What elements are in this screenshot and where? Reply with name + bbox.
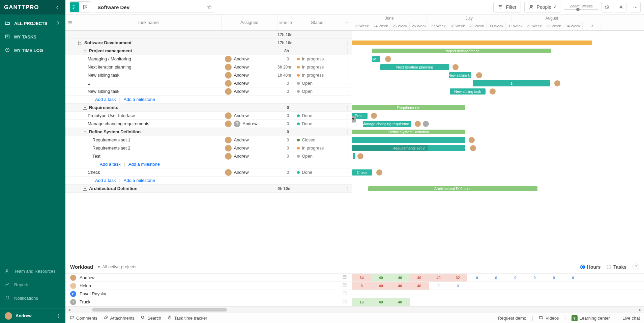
- footer-comments[interactable]: Comments: [69, 315, 97, 321]
- gantt-bar[interactable]: M...: [372, 56, 380, 62]
- workload-cell[interactable]: 40: [390, 282, 410, 290]
- workload-cell[interactable]: 40: [371, 274, 390, 281]
- task-row[interactable]: New sibling taskAndrew0Open⋮: [65, 87, 352, 96]
- task-row[interactable]: Requirements set 1Andrew0Closed⋮: [65, 136, 352, 144]
- task-row[interactable]: Prototype User InterfaceAndrew0Done⋮: [65, 112, 352, 120]
- week-header[interactable]: 27 Week: [429, 22, 448, 30]
- calendar-icon[interactable]: [342, 291, 347, 297]
- workload-cell[interactable]: 40: [371, 298, 390, 306]
- workload-cell[interactable]: 0: [448, 282, 467, 290]
- task-row[interactable]: New sibling taskAndrew1h 40mIn progress⋮: [65, 71, 352, 79]
- sidebar-user[interactable]: Andrew ⋮: [0, 308, 65, 323]
- workload-cell[interactable]: 40: [390, 274, 410, 281]
- add-row[interactable]: Add a task|Add a milestone: [65, 96, 352, 104]
- horizontal-scrollbar[interactable]: ◂ ▸: [65, 306, 644, 313]
- workload-filter[interactable]: ▾ All active projects: [98, 264, 136, 269]
- star-icon[interactable]: ☆: [207, 4, 211, 10]
- workload-person-row[interactable]: PPavel Raysky: [65, 290, 352, 298]
- workload-cell[interactable]: 40: [410, 274, 429, 281]
- calendar-icon[interactable]: [342, 299, 347, 305]
- row-menu-icon[interactable]: ⋮: [342, 145, 352, 151]
- grid-menu-icon[interactable]: [65, 15, 75, 30]
- workload-cell[interactable]: 40: [390, 298, 410, 306]
- add-task-link[interactable]: Add a task: [95, 178, 116, 183]
- gantt-view-button[interactable]: [70, 2, 79, 12]
- task-row[interactable]: 1Andrew0Open⋮: [65, 79, 352, 87]
- calendar-icon[interactable]: [342, 275, 347, 280]
- week-header[interactable]: 26 Week: [410, 22, 429, 30]
- row-menu-icon[interactable]: ⋮: [342, 154, 352, 159]
- sidebar-item-team[interactable]: Team and Resources: [0, 264, 65, 278]
- gantt-bar[interactable]: New sibling task: [450, 88, 486, 95]
- project-title-input[interactable]: Software Dev ☆: [94, 2, 215, 12]
- add-row[interactable]: Add a task|Add a milestone: [65, 177, 352, 185]
- week-header[interactable]: 29 Week: [467, 22, 487, 30]
- week-header[interactable]: 31 Week: [506, 22, 525, 30]
- workload-cell[interactable]: 0: [525, 274, 544, 281]
- workload-cell[interactable]: 0: [563, 274, 583, 281]
- sidebar-item-all-projects[interactable]: ALL PROJECTS: [0, 17, 65, 30]
- toggle-icon[interactable]: −: [83, 130, 87, 134]
- footer-videos[interactable]: Videos: [539, 315, 559, 321]
- week-header[interactable]: 25 Week: [390, 22, 410, 30]
- add-task-link[interactable]: Add a task: [100, 162, 120, 167]
- gantt-bar[interactable]: 1: [473, 80, 550, 86]
- toggle-icon[interactable]: −: [83, 49, 87, 53]
- settings-icon[interactable]: [616, 2, 626, 12]
- scroll-left-icon[interactable]: ◂: [67, 307, 72, 312]
- more-icon[interactable]: ⋮: [56, 313, 61, 318]
- task-row[interactable]: TestAndrew0Open⋮: [65, 152, 352, 160]
- workload-cell[interactable]: 0: [467, 274, 487, 281]
- gantt-bar[interactable]: Requirements set 2: [352, 145, 465, 151]
- more-icon[interactable]: ⋯: [630, 2, 641, 12]
- col-assigned[interactable]: Assigned: [222, 15, 277, 30]
- collapse-grid-handle[interactable]: ◂: [352, 116, 356, 123]
- workload-cell[interactable]: 32: [448, 274, 467, 281]
- gantt-bar[interactable]: Next iteration planning: [380, 64, 449, 70]
- sidebar-item-reports[interactable]: Reports: [0, 278, 65, 291]
- add-milestone-link[interactable]: Add a milestone: [124, 178, 155, 183]
- week-header[interactable]: 28 Week: [448, 22, 467, 30]
- footer-request-demo[interactable]: Request demo: [498, 316, 527, 321]
- row-menu-icon[interactable]: ⋮: [342, 48, 352, 53]
- row-menu-icon[interactable]: ⋮: [342, 113, 352, 118]
- add-milestone-link[interactable]: Add a milestone: [124, 97, 155, 102]
- col-task-name[interactable]: Task name: [75, 15, 222, 30]
- gantt-bar[interactable]: New sibling t...: [449, 72, 471, 78]
- sidebar-item-my-time-log[interactable]: MY TIME LOG: [0, 44, 65, 57]
- task-row[interactable]: Manage changing requirementsTAndrew0Done…: [65, 120, 352, 128]
- gantt-bar[interactable]: [352, 41, 592, 45]
- group-row[interactable]: −Requirements0⋮: [65, 104, 352, 112]
- row-menu-icon[interactable]: ⋮: [342, 186, 352, 191]
- group-row[interactable]: −Architectural Definition9h 10m⋮: [65, 185, 352, 193]
- calendar-icon[interactable]: [342, 283, 347, 289]
- row-menu-icon[interactable]: ⋮: [342, 129, 352, 134]
- footer-live-chat[interactable]: Live chat: [622, 316, 640, 321]
- row-menu-icon[interactable]: ⋮: [342, 73, 352, 78]
- week-header[interactable]: 32 Week: [525, 22, 544, 30]
- sidebar-item-notifications[interactable]: Notifications: [0, 291, 65, 305]
- task-row[interactable]: Requirements set 2Andrew0In progress⋮: [65, 144, 352, 152]
- add-task-link[interactable]: Add a task: [95, 97, 116, 102]
- footer-time-tracker[interactable]: Task time tracker: [167, 315, 207, 321]
- workload-cell[interactable]: 40: [410, 282, 429, 290]
- workload-cell[interactable]: 40: [371, 282, 390, 290]
- col-time[interactable]: Time lo: [277, 15, 292, 30]
- row-menu-icon[interactable]: ⋮: [342, 89, 352, 94]
- week-header[interactable]: 33 Week: [544, 22, 563, 30]
- task-row[interactable]: 17h 10m: [65, 31, 352, 39]
- gantt-bar[interactable]: [353, 153, 355, 159]
- week-header[interactable]: 34 Week: [563, 22, 583, 30]
- workload-person-row[interactable]: TTruck: [65, 298, 352, 306]
- add-milestone-link[interactable]: Add a milestone: [128, 162, 160, 167]
- toggle-icon[interactable]: −: [78, 41, 82, 45]
- workload-tasks-radio[interactable]: Tasks: [607, 264, 626, 270]
- row-menu-icon[interactable]: ⋮: [342, 40, 352, 45]
- people-button[interactable]: People 4: [524, 2, 561, 12]
- filter-button[interactable]: Filter: [493, 2, 521, 12]
- workload-cell[interactable]: 0: [506, 274, 525, 281]
- workload-person-row[interactable]: Helen: [65, 282, 352, 290]
- scroll-right-icon[interactable]: ▸: [638, 307, 643, 312]
- group-row[interactable]: −Software Development17h 10m⋮: [65, 39, 352, 47]
- row-menu-icon[interactable]: ⋮: [342, 81, 352, 86]
